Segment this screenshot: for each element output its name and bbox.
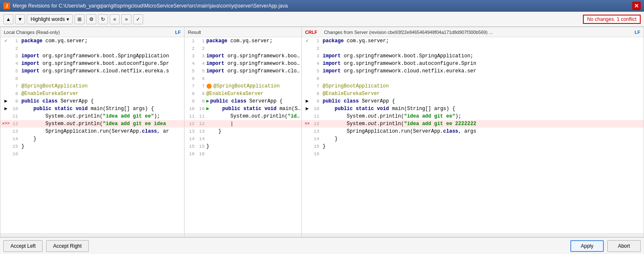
table-row: 2 xyxy=(302,45,644,52)
table-row: 8 @EnableEurekaServer xyxy=(0,90,184,97)
right-code-area[interactable]: ✓ 1 package com.yq.server; 2 3 import or… xyxy=(302,37,644,233)
table-row: ▶ 10 public static void main(String[] ar… xyxy=(0,105,184,113)
table-row: 2 xyxy=(0,45,184,52)
settings-button[interactable]: ⚙ xyxy=(86,14,96,24)
app-icon: J xyxy=(3,3,10,9)
table-row: 5 import org.springframework.cloud.netfl… xyxy=(302,67,644,75)
arrow-right-icon: ▶ xyxy=(206,105,209,113)
table-row: 13 SpringApplication.run(ServerApp.class… xyxy=(302,128,644,135)
bottom-bar: Accept Left Accept Right Apply Abort xyxy=(0,237,644,254)
table-row: 3 import org.springframework.boot.Spring… xyxy=(0,52,184,60)
table-row: 4 import org.springframework.boot.autoco… xyxy=(302,60,644,67)
toolbar: ▲ ▼ Highlight words ▾ ⊞ ⚙ ↻ « » ✓ No cha… xyxy=(0,12,644,27)
up-button[interactable]: ▲ xyxy=(3,14,13,24)
apply-button[interactable]: Apply xyxy=(570,240,604,252)
table-row: 8 @EnableEurekaServer xyxy=(302,90,644,97)
table-row: 14 14 xyxy=(185,135,301,143)
table-row: 15 15 } xyxy=(185,143,301,150)
left-lf-label: LF xyxy=(175,30,181,35)
middle-scrollbar[interactable] xyxy=(185,233,301,237)
down-button[interactable]: ▼ xyxy=(15,14,25,24)
merge-icon: ⬤ xyxy=(206,82,212,90)
left-code-area[interactable]: ✓ 1 package com.yq.server; 2 3 import or… xyxy=(0,37,184,233)
check-indicator: ✓ xyxy=(2,37,10,45)
right-panel-title: Changes from Server (revision cbe93f22e8… xyxy=(324,30,493,35)
arrow-right-icon: ▶ xyxy=(206,97,209,105)
left-scrollbar[interactable] xyxy=(0,233,184,237)
table-row: 7 7 ⬤ @SpringBootApplication xyxy=(185,82,301,90)
table-row: 7 @SpringBootApplication xyxy=(0,82,184,90)
table-row: 8 8 @EnableEurekaServer xyxy=(185,90,301,97)
accept-left-button[interactable]: Accept Left xyxy=(3,240,43,252)
table-row: 4 import org.springframework.boot.autoco… xyxy=(0,60,184,67)
middle-panel-header: Result xyxy=(185,27,301,37)
table-row: «✕ 12 System.out.println("idea add git e… xyxy=(302,120,644,128)
main-content: Local Changes (Read-only) LF ✓ 1 package… xyxy=(0,27,644,237)
prev-conflict-button[interactable]: « xyxy=(110,14,120,24)
table-row: 6 xyxy=(302,75,644,82)
left-panel-header: Local Changes (Read-only) LF xyxy=(0,27,184,37)
table-row: 6 xyxy=(0,75,184,82)
close-button[interactable]: ✕ xyxy=(632,2,641,10)
middle-panel-title: Result xyxy=(188,30,201,35)
next-conflict-button[interactable]: » xyxy=(121,14,131,24)
table-row: 16 16 xyxy=(185,150,301,158)
table-row: 11 System.out.println("idea add git ee")… xyxy=(0,113,184,120)
left-panel: Local Changes (Read-only) LF ✓ 1 package… xyxy=(0,27,185,237)
sync-button[interactable]: ↻ xyxy=(98,14,108,24)
conflict-badge: No changes. 1 conflict xyxy=(583,15,641,24)
table-row: 1 1 package com.yq.server; xyxy=(185,37,301,45)
right-scrollbar[interactable] xyxy=(302,233,644,237)
right-panel: CRLF Changes from Server (revision cbe93… xyxy=(302,27,644,237)
table-row: 3 import org.springframework.boot.Spring… xyxy=(302,52,644,60)
table-row: ✓ 1 package com.yq.server; xyxy=(302,37,644,45)
table-row: 13 SpringApplication.run(ServerApp.class… xyxy=(0,128,184,135)
table-row: 2 2 xyxy=(185,45,301,52)
table-row: 3 3 import org.springframework.boot.Spri… xyxy=(185,52,301,60)
table-row: 13 13 } xyxy=(185,128,301,135)
highlight-words-button[interactable]: Highlight words ▾ xyxy=(27,14,73,24)
right-crlf-label: CRLF xyxy=(305,30,317,35)
grid-button[interactable]: ⊞ xyxy=(74,14,85,24)
table-row: 10 10 ▶ public static void main(String[]… xyxy=(185,105,301,113)
abort-button[interactable]: Abort xyxy=(607,240,641,252)
table-row: 5 5 import org.springframework.cloud.net… xyxy=(185,67,301,75)
accept-right-button[interactable]: Accept Right xyxy=(46,240,89,252)
table-row: ▶ 10 public static void main(String[] ar… xyxy=(302,105,644,113)
table-row: 14 } xyxy=(302,135,644,143)
table-row: ✓ 1 package com.yq.server; xyxy=(0,37,184,45)
table-row: 5 import org.springframework.cloud.netfl… xyxy=(0,67,184,75)
accept-button[interactable]: ✓ xyxy=(133,14,143,24)
table-row: 9 9 ▶ public class ServerApp { xyxy=(185,97,301,105)
title-bar: J Merge Revisions for C:\Users\wb_yangqi… xyxy=(0,0,644,12)
right-lf-label: LF xyxy=(635,30,640,35)
table-row: ▶ 9 public class ServerApp { xyxy=(0,97,184,105)
table-row: 15 } xyxy=(0,143,184,150)
middle-code-area[interactable]: 1 1 package com.yq.server; 2 2 3 3 impor… xyxy=(185,37,301,233)
table-row: 6 6 xyxy=(185,75,301,82)
right-panel-header: CRLF Changes from Server (revision cbe93… xyxy=(302,27,644,37)
table-row: 12 12 | xyxy=(185,120,301,128)
table-row: 7 @SpringBootApplication xyxy=(302,82,644,90)
table-row: 11 System.out.println("idea add git ee")… xyxy=(302,113,644,120)
left-panel-title: Local Changes (Read-only) xyxy=(4,30,60,35)
table-row: ✕>> 12 System.out.println("idea add git … xyxy=(0,120,184,128)
table-row: 16 xyxy=(302,150,644,158)
dropdown-arrow: ▾ xyxy=(67,16,69,22)
table-row: 14 } xyxy=(0,135,184,143)
window-title: Merge Revisions for C:\Users\wb_yangqian… xyxy=(13,3,631,9)
highlight-words-label: Highlight words xyxy=(31,16,65,22)
table-row: 15 } xyxy=(302,143,644,150)
table-row: 16 xyxy=(0,150,184,158)
table-row: 4 4 import org.springframework.boot.auto… xyxy=(185,60,301,67)
table-row: 11 11 System.out.println("idea add git e… xyxy=(185,113,301,120)
middle-panel: Result 1 1 package com.yq.server; 2 2 3 … xyxy=(185,27,302,237)
table-row: ▶ 9 public class ServerApp { xyxy=(302,97,644,105)
